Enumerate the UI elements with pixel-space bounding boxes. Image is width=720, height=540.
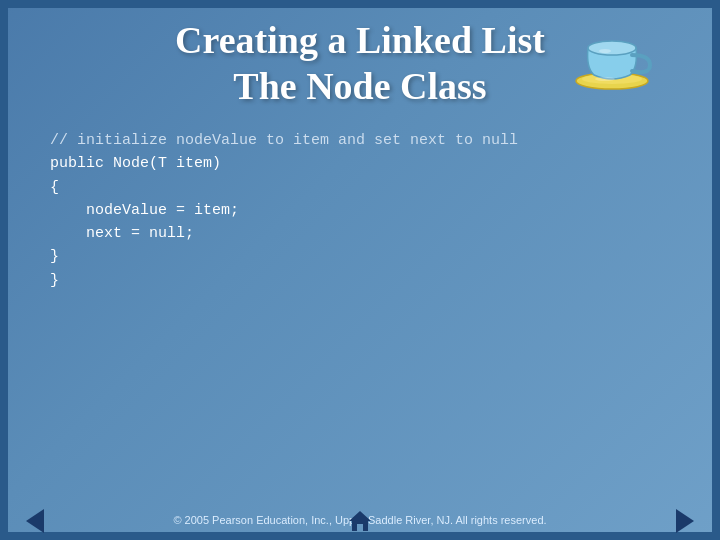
code-line-6: } <box>50 245 518 268</box>
teacup-illustration <box>570 13 660 93</box>
forward-button[interactable] <box>670 508 700 534</box>
title-line2: The Node Class <box>233 65 486 107</box>
nav-left <box>20 508 50 534</box>
code-line-7: } <box>50 269 518 292</box>
border-top <box>0 0 720 8</box>
back-button[interactable] <box>20 508 50 534</box>
nav-right <box>670 508 700 534</box>
code-block: // initialize nodeValue to item and set … <box>50 129 518 292</box>
back-arrow-icon <box>26 509 44 533</box>
home-button[interactable] <box>345 508 375 534</box>
svg-marker-5 <box>349 511 371 531</box>
home-icon <box>347 508 373 534</box>
forward-arrow-icon <box>676 509 694 533</box>
svg-point-2 <box>588 41 636 55</box>
code-line-2: public Node(T item) <box>50 152 518 175</box>
title-line1: Creating a Linked List <box>175 19 545 61</box>
slide: Creating a Linked List The Node Class <box>0 0 720 540</box>
code-line-1: // initialize nodeValue to item and set … <box>50 129 518 152</box>
code-line-4: nodeValue = item; <box>50 199 518 222</box>
title-area: Creating a Linked List The Node Class <box>0 18 720 109</box>
nav-home <box>345 508 375 534</box>
svg-point-3 <box>599 49 611 53</box>
code-line-3: { <box>50 176 518 199</box>
teacup-svg <box>570 13 660 93</box>
slide-title: Creating a Linked List The Node Class <box>175 18 545 109</box>
svg-point-4 <box>595 77 615 81</box>
code-line-5: next = null; <box>50 222 518 245</box>
